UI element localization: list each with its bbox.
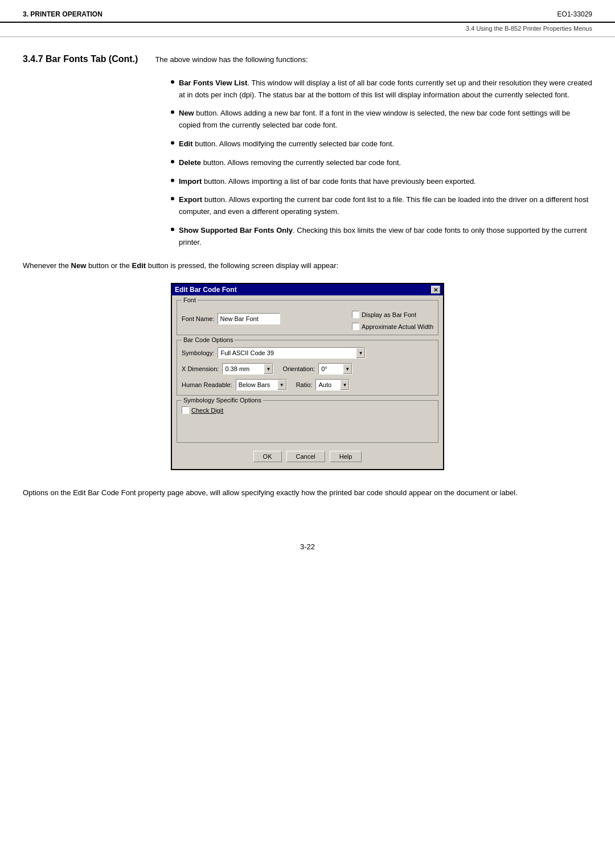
bullet-bold-3: Edit xyxy=(179,139,193,148)
list-item: Bar Fonts View List. This window will di… xyxy=(171,77,592,101)
symbology-label: Symbology: xyxy=(182,349,214,356)
bullet-text-6: Export button. Allows exporting the curr… xyxy=(179,194,592,218)
human-label: Human Readable: xyxy=(182,381,232,388)
bullet-text-4: Delete button. Allows removing the curre… xyxy=(179,157,401,169)
list-item: New button. Allows adding a new bar font… xyxy=(171,108,592,131)
dialog-buttons: OK Cancel Help xyxy=(177,447,438,464)
bullet-dot xyxy=(171,80,174,84)
display-bar-font-row: Display as Bar Font xyxy=(352,311,433,318)
xdim-label: X Dimension: xyxy=(182,365,219,372)
page-footer: 3-22 xyxy=(0,531,615,562)
bullet-bold-1: Bar Fonts View List xyxy=(179,79,247,87)
orientation-arrow-icon: ▼ xyxy=(343,364,352,374)
ratio-value: Auto xyxy=(316,381,340,388)
page-content: 3.4.7 Bar Fonts Tab (Cont.) The above wi… xyxy=(0,37,615,531)
symbology-row: Symbology: Full ASCII Code 39 ▼ xyxy=(182,347,433,359)
xdim-orientation-row: X Dimension: 0.38 mm ▼ Orientation: 0° ▼ xyxy=(182,363,433,375)
symbology-select[interactable]: Full ASCII Code 39 ▼ xyxy=(218,347,366,359)
list-item: Delete button. Allows removing the curre… xyxy=(171,157,592,169)
bullet-text-2: New button. Allows adding a new bar font… xyxy=(179,108,592,131)
header-right: EO1-33029 xyxy=(557,10,592,18)
check-digit-row: Check Digit xyxy=(182,406,433,414)
symbology-specific-group: Symbology Specific Options Check Digit xyxy=(177,400,438,443)
section-title: 3.4.7 Bar Fonts Tab (Cont.) xyxy=(23,54,138,64)
dialog-container: Edit Bar Code Font ✕ Font Font Name: xyxy=(23,283,592,470)
display-bar-font-label: Display as Bar Font xyxy=(362,311,416,318)
font-row: Font Name: Display as Bar Font Approxima… xyxy=(182,307,433,330)
page-number: 3-22 xyxy=(300,542,315,551)
bullet-text-3: Edit button. Allows modifying the curren… xyxy=(179,138,394,150)
list-item: Import button. Allows importing a list o… xyxy=(171,176,592,188)
approx-actual-width-row: Approximate Actual Width xyxy=(352,323,433,330)
font-name-label: Font Name: xyxy=(182,315,214,322)
page-header: 3. PRINTER OPERATION EO1-33029 xyxy=(0,0,615,23)
section-intro: The above window has the following funct… xyxy=(155,54,308,66)
check-digit-label: Check Digit xyxy=(191,407,223,414)
human-select[interactable]: Below Bars ▼ xyxy=(236,379,287,390)
symbology-value: Full ASCII Code 39 xyxy=(218,349,356,356)
human-value: Below Bars xyxy=(236,381,277,388)
bullet-bold-5: Import xyxy=(179,177,202,186)
dialog-titlebar: Edit Bar Code Font ✕ xyxy=(172,284,443,295)
xdim-select[interactable]: 0.38 mm ▼ xyxy=(222,363,273,375)
dialog-window: Edit Bar Code Font ✕ Font Font Name: xyxy=(171,283,444,470)
bullet-dot xyxy=(171,179,174,182)
dialog-body: Font Font Name: Display as Bar Font xyxy=(172,295,443,469)
bullet-bold-6: Export xyxy=(179,195,202,204)
orientation-label: Orientation: xyxy=(282,365,315,372)
font-name-input[interactable] xyxy=(218,313,280,324)
dialog-close-button[interactable]: ✕ xyxy=(431,286,440,294)
intro-paragraph: Whenever the New button or the Edit butt… xyxy=(23,260,592,272)
approx-actual-width-label: Approximate Actual Width xyxy=(362,323,433,330)
help-button[interactable]: Help xyxy=(330,451,362,462)
approx-actual-width-checkbox[interactable] xyxy=(352,323,359,330)
ratio-label: Ratio: xyxy=(296,381,313,388)
new-bold: New xyxy=(71,261,87,270)
font-group: Font Font Name: Display as Bar Font xyxy=(177,300,438,335)
bullet-bold-2: New xyxy=(179,109,194,117)
barcode-options-label: Bar Code Options xyxy=(182,336,235,343)
bullet-bold-4: Delete xyxy=(179,158,201,167)
bullet-text-5: Import button. Allows importing a list o… xyxy=(179,176,476,188)
display-bar-font-checkbox[interactable] xyxy=(352,311,359,318)
bullet-dot xyxy=(171,228,174,231)
list-item: Edit button. Allows modifying the curren… xyxy=(171,138,592,150)
list-item: Export button. Allows exporting the curr… xyxy=(171,194,592,218)
bullet-dot xyxy=(171,197,174,200)
human-ratio-row: Human Readable: Below Bars ▼ Ratio: Auto… xyxy=(182,379,433,390)
subheader-text: 3.4 Using the B-852 Printer Properties M… xyxy=(466,25,592,32)
footer-paragraph: Options on the Edit Bar Code Font proper… xyxy=(23,487,592,499)
section-heading: 3.4.7 Bar Fonts Tab (Cont.) The above wi… xyxy=(23,54,592,66)
bullet-dot xyxy=(171,110,174,114)
check-digit-checkbox[interactable] xyxy=(182,406,189,414)
symbology-arrow-icon: ▼ xyxy=(356,348,365,358)
bullet-dot xyxy=(171,141,174,145)
xdim-arrow-icon: ▼ xyxy=(264,364,273,374)
bullet-bold-7: Show Supported Bar Fonts Only xyxy=(179,226,293,235)
symb-options-label: Symbology Specific Options xyxy=(182,397,263,404)
cancel-button[interactable]: Cancel xyxy=(286,451,325,462)
header-left: 3. PRINTER OPERATION xyxy=(23,10,102,18)
ok-button[interactable]: OK xyxy=(253,451,282,462)
human-arrow-icon: ▼ xyxy=(277,380,286,390)
orientation-select[interactable]: 0° ▼ xyxy=(318,363,352,375)
barcode-options-group: Bar Code Options Symbology: Full ASCII C… xyxy=(177,340,438,396)
xdim-value: 0.38 mm xyxy=(223,365,264,372)
page-subheader: 3.4 Using the B-852 Printer Properties M… xyxy=(0,23,615,37)
bullet-text-7: Show Supported Bar Fonts Only. Checking … xyxy=(179,225,592,249)
edit-bold: Edit xyxy=(132,261,146,270)
bullet-list: Bar Fonts View List. This window will di… xyxy=(171,77,592,249)
bullet-dot xyxy=(171,160,174,163)
font-checkboxes: Display as Bar Font Approximate Actual W… xyxy=(352,307,433,330)
orientation-value: 0° xyxy=(319,365,343,372)
dialog-title: Edit Bar Code Font xyxy=(175,286,237,294)
font-name-section: Font Name: xyxy=(182,313,280,324)
font-group-label: Font xyxy=(182,297,198,303)
bullet-text-1: Bar Fonts View List. This window will di… xyxy=(179,77,592,101)
ratio-arrow-icon: ▼ xyxy=(340,380,349,390)
list-item: Show Supported Bar Fonts Only. Checking … xyxy=(171,225,592,249)
ratio-select[interactable]: Auto ▼ xyxy=(315,379,350,390)
